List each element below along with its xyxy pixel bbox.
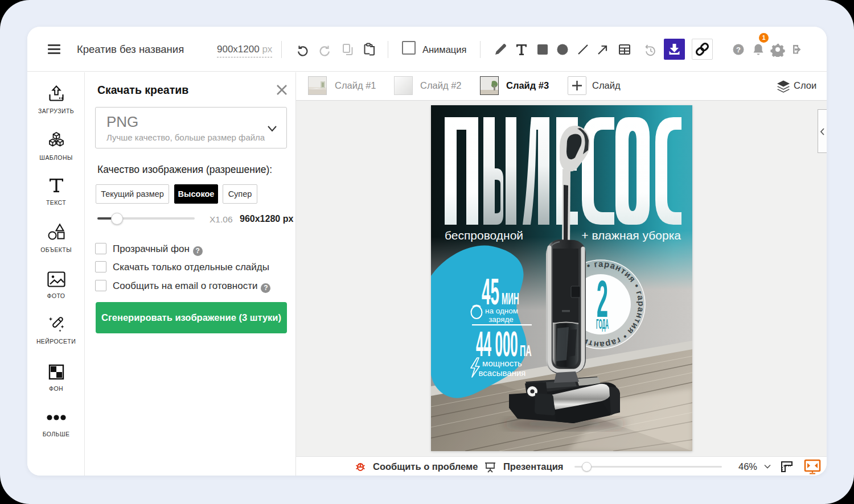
svg-text:?: ?	[736, 46, 741, 54]
svg-text:на одном: на одном	[485, 307, 518, 315]
svg-text:+ влажная уборка: + влажная уборка	[581, 229, 681, 242]
svg-text:всасывания: всасывания	[479, 368, 526, 378]
svg-text:беспроводной: беспроводной	[445, 229, 523, 242]
svg-text:44 000: 44 000	[476, 324, 518, 363]
svg-text:МИН: МИН	[502, 290, 519, 308]
svg-text:мощность: мощность	[482, 358, 522, 368]
svg-text:ПА: ПА	[520, 342, 532, 360]
svg-text:ГОДА: ГОДА	[596, 317, 609, 332]
svg-text:заряде: заряде	[488, 315, 514, 324]
